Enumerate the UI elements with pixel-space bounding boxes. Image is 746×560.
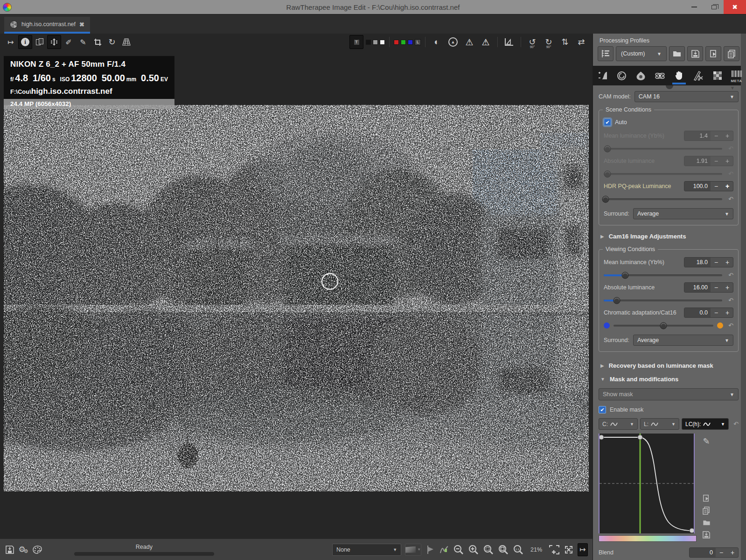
save-curve-button[interactable] (702, 529, 711, 541)
increment-button[interactable]: + (722, 182, 733, 190)
zoom-in-button[interactable] (468, 543, 479, 556)
hand-pan-button[interactable] (47, 35, 61, 49)
reset-icon[interactable]: ↶ (722, 196, 733, 203)
paste-profile-button[interactable] (724, 46, 739, 61)
green-channel-swatch[interactable] (401, 40, 406, 45)
surround-scene-dropdown[interactable]: Average ▼ (633, 208, 733, 219)
tab-metadata[interactable]: META (727, 66, 746, 85)
zoom-100-button[interactable]: 1:1 (513, 543, 524, 556)
curve-l-button[interactable]: L: ▼ (640, 418, 679, 430)
hdr-pq-value[interactable]: 100.0 (684, 182, 711, 191)
mean-luminance-viewing-slider[interactable] (604, 274, 722, 276)
reset-icon[interactable]: ↶ (727, 322, 733, 329)
chromatic-adaptation-spinner[interactable]: 0.0 − + (684, 308, 733, 318)
blend-spinner[interactable]: 0 − + (689, 547, 739, 558)
tab-exposure[interactable] (593, 66, 612, 85)
increment-button[interactable]: + (722, 284, 733, 291)
toggle-right-panel-button[interactable]: ↦ (578, 543, 588, 556)
curve-lch-button[interactable]: LC(h): ▼ (682, 418, 729, 430)
color-picker-button[interactable]: ✎ (76, 35, 90, 49)
rotate-left-button[interactable]: ↺90° (525, 35, 539, 49)
rotate-right-button[interactable]: ↻90° (542, 35, 556, 49)
tab-raw[interactable] (708, 66, 727, 85)
send-to-editor-button[interactable] (32, 543, 42, 556)
tab-color[interactable] (631, 66, 650, 85)
mask-modifications-expander[interactable]: ▼ Mask and modifications (600, 376, 739, 383)
copy-curve-button[interactable] (702, 504, 711, 517)
soft-proof-gamut-button[interactable] (425, 543, 435, 556)
decrement-button[interactable]: − (711, 284, 722, 291)
white-balance-picker-button[interactable]: ✐ (62, 35, 76, 49)
decrement-button[interactable]: − (711, 259, 722, 266)
lch-curve-editor[interactable] (599, 434, 695, 533)
absolute-luminance-viewing-spinner[interactable]: 16.00 − + (684, 282, 733, 293)
zoom-fit-crop-button[interactable] (498, 543, 509, 556)
chromatic-adaptation-slider[interactable] (614, 325, 713, 327)
curve-c-button[interactable]: C: ▼ (599, 418, 638, 430)
save-image-button[interactable] (5, 543, 14, 556)
decrement-button[interactable]: − (711, 182, 722, 190)
out-of-gamut-button[interactable] (439, 543, 449, 556)
fullscreen-button[interactable] (564, 543, 574, 556)
tab-detail[interactable] (612, 66, 631, 85)
paste-curve-button[interactable] (702, 492, 711, 504)
photo-preview[interactable] (4, 105, 589, 491)
histogram-profile-button[interactable] (502, 35, 516, 49)
decrement-button[interactable]: − (711, 309, 722, 316)
white-channel-swatch[interactable] (380, 40, 385, 45)
absolute-luminance-viewing-value[interactable]: 16.00 (684, 283, 711, 292)
add-detail-window-button[interactable] (549, 543, 560, 556)
highlight-clipping-button[interactable]: ⚠ (479, 35, 493, 49)
toggle-filmstrip-button[interactable]: ↦ (4, 35, 18, 49)
edit-point-button[interactable]: ✎ (703, 435, 710, 448)
auto-checkbox[interactable]: ✔ (604, 119, 611, 126)
zoom-out-button[interactable] (453, 543, 464, 556)
show-mask-dropdown[interactable]: Show mask ▼ (599, 388, 739, 400)
straighten-button[interactable]: ↻ (105, 35, 119, 49)
profile-dropdown[interactable]: (Custom) ▼ (616, 46, 667, 61)
blue-channel-swatch[interactable] (408, 40, 413, 45)
before-after-lock-button[interactable]: ◐ (430, 35, 444, 49)
flip-horizontal-button[interactable]: ⇄ (574, 35, 588, 49)
luminance-badge[interactable]: L (415, 39, 421, 45)
mean-luminance-viewing-spinner[interactable]: 18.0 − + (684, 257, 733, 267)
gamut-warning-button[interactable]: ▲ (446, 35, 460, 49)
cam16-adjustments-expander[interactable]: ▶ Cam16 Image Adjustments (600, 233, 739, 240)
queue-processing-button[interactable]: ⚙⚙ (18, 543, 28, 556)
zoom-fit-button[interactable] (483, 543, 494, 556)
tab-favorites[interactable] (669, 66, 689, 85)
enable-mask-checkbox[interactable]: ✔ (599, 406, 606, 413)
before-after-button[interactable] (33, 35, 47, 49)
image-tab[interactable]: high.iso.contrrast.nef ✖ (4, 17, 90, 34)
soft-proofing-dropdown[interactable]: ▼ (405, 544, 421, 556)
tab-close-icon[interactable]: ✖ (79, 21, 84, 28)
copy-profile-button[interactable] (705, 46, 721, 61)
mean-luminance-viewing-value[interactable]: 18.0 (684, 258, 711, 267)
crop-button[interactable] (91, 35, 105, 49)
increment-button[interactable]: + (722, 259, 733, 266)
flip-vertical-button[interactable]: ⇅ (558, 35, 572, 49)
image-canvas[interactable]: NIKON Z 6_2 + AF 50mm F/1.4 f/4.8 1/60s … (0, 50, 593, 539)
image-info-button[interactable]: i (18, 35, 32, 49)
blend-value[interactable]: 0 (690, 548, 716, 557)
shadow-clipping-button[interactable]: ⚠ (462, 35, 476, 49)
red-channel-swatch[interactable] (394, 40, 399, 45)
tab-advanced[interactable] (650, 66, 669, 85)
reset-icon[interactable]: ↶ (722, 272, 733, 279)
load-curve-button[interactable] (702, 517, 711, 529)
monitor-profile-dropdown[interactable]: None ▼ (332, 544, 401, 556)
reset-icon[interactable]: ↶ (731, 420, 739, 427)
surround-viewing-dropdown[interactable]: Average ▼ (633, 335, 733, 346)
load-profile-button[interactable] (669, 46, 685, 61)
decrement-button[interactable]: − (716, 549, 727, 556)
hdr-pq-slider[interactable] (604, 198, 722, 200)
hdr-pq-spinner[interactable]: 100.0 − + (684, 181, 733, 191)
cam-model-dropdown[interactable]: CAM 16 ▼ (634, 91, 739, 102)
chromatic-adaptation-value[interactable]: 0.0 (684, 308, 711, 317)
save-profile-button[interactable] (687, 46, 703, 61)
increment-button[interactable]: + (722, 309, 733, 316)
black-channel-swatch[interactable] (366, 40, 371, 45)
reset-icon[interactable]: ↶ (722, 297, 733, 304)
histogram-type-button[interactable]: T (349, 35, 363, 49)
perspective-button[interactable] (119, 35, 133, 49)
